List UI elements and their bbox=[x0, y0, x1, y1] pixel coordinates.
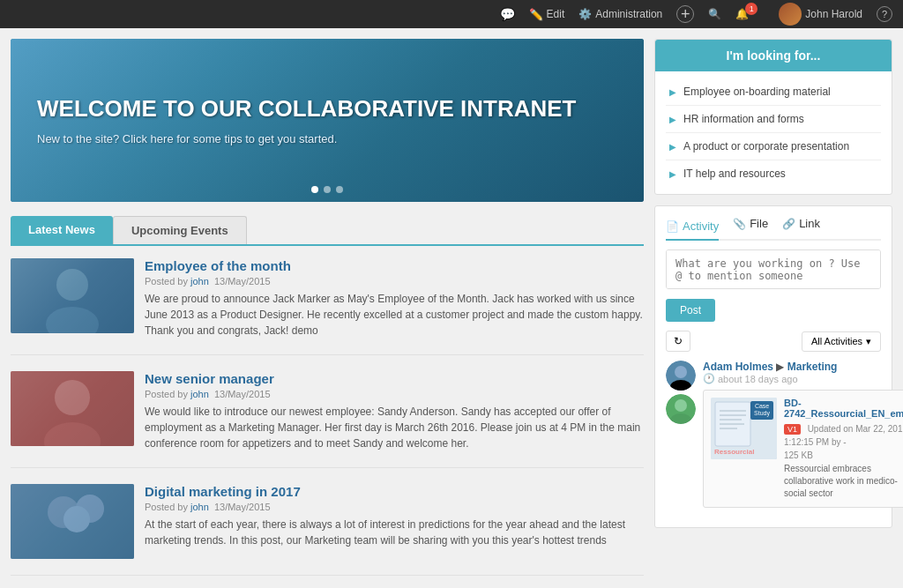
activity-controls: ↻ All Activities ▾ bbox=[666, 331, 881, 352]
arrow-icon: ▶ bbox=[669, 169, 676, 179]
news-title[interactable]: New senior manager bbox=[145, 371, 644, 386]
news-title[interactable]: Employee of the month bbox=[145, 258, 644, 273]
svg-point-14 bbox=[675, 366, 687, 378]
looking-for-text: Employee on-boarding material bbox=[683, 86, 831, 98]
user-nav-item[interactable]: John Harold bbox=[779, 3, 862, 26]
hero-title: WELCOME TO OUR COLLABORATIVE INTRANET bbox=[37, 95, 617, 123]
edit-label: Edit bbox=[547, 8, 565, 20]
arrow-icon: ▶ bbox=[669, 142, 676, 152]
admin-nav-item[interactable]: ⚙️ Administration bbox=[578, 8, 662, 20]
main-container: WELCOME TO OUR COLLABORATIVE INTRANET Ne… bbox=[0, 28, 903, 588]
add-nav-item[interactable]: + bbox=[676, 5, 694, 23]
hero-dot-3[interactable] bbox=[336, 186, 343, 193]
avatar bbox=[779, 3, 802, 26]
svg-rect-12 bbox=[11, 484, 134, 559]
link-tab-label: Link bbox=[799, 217, 820, 230]
chat-nav-item[interactable]: 💬 bbox=[500, 7, 515, 21]
tab-link[interactable]: 🔗 Link bbox=[782, 217, 820, 234]
post-button[interactable]: Post bbox=[666, 299, 715, 322]
refresh-icon: ↻ bbox=[674, 335, 683, 347]
activity-body: Adam Holmes ▶ Marketing 🕐 about 18 days … bbox=[703, 361, 903, 508]
news-content: Employee of the month Posted by john 13/… bbox=[145, 258, 644, 339]
all-activities-button[interactable]: All Activities ▾ bbox=[802, 331, 881, 352]
activity-section: 📄 Activity 📎 File 🔗 Link Post ↻ bbox=[654, 205, 892, 528]
tab-latest-news[interactable]: Latest News bbox=[11, 216, 113, 244]
news-author[interactable]: john bbox=[190, 389, 209, 399]
clock-icon: 🕐 bbox=[703, 373, 715, 384]
looking-for-item[interactable]: ▶ Employee on-boarding material bbox=[666, 78, 881, 106]
activity-icon: 📄 bbox=[666, 220, 679, 233]
svg-rect-7 bbox=[11, 371, 134, 446]
hero-dot-2[interactable] bbox=[324, 186, 331, 193]
dropdown-icon: ▾ bbox=[866, 336, 871, 347]
activity-feed: Adam Holmes ▶ Marketing 🕐 about 18 days … bbox=[666, 361, 881, 508]
looking-for-text: IT help and resources bbox=[683, 167, 786, 180]
time-text: about 18 days ago bbox=[718, 374, 798, 384]
card-meta: Updated on Mar 22, 2017 1:12:15 PM by - bbox=[784, 424, 903, 447]
card-info: BD-2742_Ressourcial_EN_email V1 Updated … bbox=[784, 398, 903, 500]
news-meta: Posted by john 13/May/2015 bbox=[145, 502, 644, 512]
help-icon: ? bbox=[877, 6, 892, 22]
activity-tabs: 📄 Activity 📎 File 🔗 Link bbox=[666, 217, 881, 241]
news-thumbnail bbox=[11, 258, 134, 333]
news-thumbnail bbox=[11, 484, 134, 559]
activity-entry: Adam Holmes ▶ Marketing 🕐 about 18 days … bbox=[666, 361, 881, 508]
activity-input[interactable] bbox=[666, 249, 881, 289]
news-author[interactable]: john bbox=[190, 276, 209, 287]
tab-activity[interactable]: 📄 Activity bbox=[666, 217, 719, 241]
notifications-nav-item[interactable]: 🔔 1 bbox=[735, 8, 765, 20]
target-link[interactable]: Marketing bbox=[787, 361, 838, 373]
activity-avatar bbox=[666, 361, 696, 391]
hero-subtitle[interactable]: New to the site? Click here for some tip… bbox=[37, 132, 617, 145]
file-tab-label: File bbox=[750, 217, 768, 230]
search-nav-item[interactable]: 🔍 bbox=[708, 8, 721, 20]
activity-user: Adam Holmes ▶ Marketing bbox=[703, 361, 903, 373]
news-excerpt: We are proud to announce Jack Marker as … bbox=[145, 291, 644, 339]
news-content: Digital marketing in 2017 Posted by john… bbox=[145, 484, 644, 559]
top-navigation: 💬 ✏️ Edit ⚙️ Administration + 🔍 🔔 1 John… bbox=[0, 0, 903, 28]
chat-icon: 💬 bbox=[500, 7, 515, 21]
tab-file[interactable]: 📎 File bbox=[733, 217, 768, 234]
news-author[interactable]: john bbox=[190, 502, 209, 512]
looking-for-box: I'm looking for... ▶ Employee on-boardin… bbox=[654, 39, 892, 195]
edit-nav-item[interactable]: ✏️ Edit bbox=[529, 8, 565, 21]
looking-for-item[interactable]: ▶ HR information and forms bbox=[666, 106, 881, 133]
news-excerpt: At the start of each year, there is alwa… bbox=[145, 517, 644, 548]
looking-for-items: ▶ Employee on-boarding material ▶ HR inf… bbox=[655, 71, 892, 194]
add-icon: + bbox=[676, 5, 694, 23]
link-icon: 🔗 bbox=[782, 218, 795, 230]
content-tabs: Latest News Upcoming Events bbox=[11, 216, 644, 246]
help-nav-item[interactable]: ? bbox=[877, 6, 892, 22]
news-meta: Posted by john 13/May/2015 bbox=[145, 276, 644, 287]
secondary-avatar bbox=[666, 394, 696, 424]
refresh-button[interactable]: ↻ bbox=[666, 331, 690, 352]
news-title[interactable]: Digital marketing in 2017 bbox=[145, 484, 644, 499]
hero-dot-1[interactable] bbox=[311, 186, 318, 193]
news-item: New senior manager Posted by john 13/May… bbox=[11, 371, 644, 468]
looking-for-text: A product or corporate presentation bbox=[683, 140, 849, 153]
svg-point-17 bbox=[675, 399, 687, 412]
news-thumbnail bbox=[11, 371, 134, 446]
activity-card[interactable]: CaseStudy Ressourcial BD-2742_Ressourcia… bbox=[703, 390, 903, 508]
file-icon: 📎 bbox=[733, 218, 746, 230]
looking-for-item[interactable]: ▶ A product or corporate presentation bbox=[666, 133, 881, 160]
news-excerpt: We would like to introduce our newest em… bbox=[145, 404, 644, 451]
news-image bbox=[11, 258, 134, 333]
arrow-icon: ▶ bbox=[669, 87, 676, 97]
looking-for-item[interactable]: ▶ IT help and resources bbox=[666, 160, 881, 187]
looking-for-text: HR information and forms bbox=[683, 113, 804, 125]
notification-badge: 1 bbox=[745, 3, 757, 15]
hero-banner[interactable]: WELCOME TO OUR COLLABORATIVE INTRANET Ne… bbox=[11, 39, 644, 202]
user-name-label: John Harold bbox=[805, 8, 862, 20]
search-icon: 🔍 bbox=[708, 8, 721, 20]
card-size: 125 KB bbox=[784, 450, 903, 460]
news-item: Employee of the month Posted by john 13/… bbox=[11, 258, 644, 355]
edit-icon: ✏️ bbox=[529, 8, 543, 21]
hero-dots bbox=[311, 186, 343, 193]
news-item: Digital marketing in 2017 Posted by john… bbox=[11, 484, 644, 576]
card-title[interactable]: BD-2742_Ressourcial_EN_email bbox=[784, 398, 903, 419]
tab-upcoming-events[interactable]: Upcoming Events bbox=[113, 216, 247, 244]
user-link[interactable]: Adam Holmes bbox=[703, 361, 773, 373]
activity-time: 🕐 about 18 days ago bbox=[703, 373, 903, 384]
all-activities-label: All Activities bbox=[811, 336, 862, 346]
